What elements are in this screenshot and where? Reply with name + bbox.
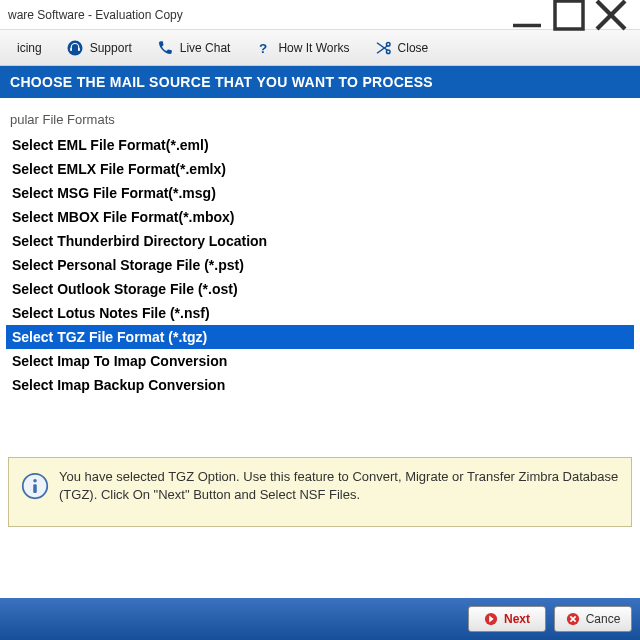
minimize-button[interactable] — [506, 1, 548, 29]
svg-rect-5 — [70, 48, 72, 51]
format-item[interactable]: Select EMLX File Format(*.emlx) — [6, 157, 634, 181]
question-icon: ? — [254, 39, 272, 57]
format-item[interactable]: Select Imap Backup Conversion — [6, 373, 634, 397]
svg-rect-14 — [33, 484, 37, 493]
format-item[interactable]: Select Lotus Notes File (*.nsf) — [6, 301, 634, 325]
formats-section: pular File Formats Select EML File Forma… — [0, 98, 640, 403]
livechat-label: Live Chat — [180, 41, 231, 55]
info-box: You have selected TGZ Option. Use this f… — [8, 457, 632, 527]
format-item[interactable]: Select Thunderbird Directory Location — [6, 229, 634, 253]
format-item[interactable]: Select Personal Storage File (*.pst) — [6, 253, 634, 277]
cancel-icon — [566, 612, 580, 626]
close-label: Close — [398, 41, 429, 55]
arrow-right-icon — [484, 612, 498, 626]
scissors-icon — [374, 39, 392, 57]
formats-list: Select EML File Format(*.eml)Select EMLX… — [6, 133, 634, 397]
headset-icon — [66, 39, 84, 57]
section-title: pular File Formats — [6, 112, 634, 133]
window-title: ware Software - Evaluation Copy — [8, 8, 506, 22]
svg-rect-6 — [78, 48, 80, 51]
spacer — [0, 403, 640, 449]
svg-point-10 — [386, 42, 390, 46]
format-item[interactable]: Select TGZ File Format (*.tgz) — [6, 325, 634, 349]
close-window-button[interactable] — [590, 1, 632, 29]
pricing-button[interactable]: icing — [6, 33, 53, 63]
page-header: CHOOSE THE MAIL SOURCE THAT YOU WANT TO … — [0, 66, 640, 98]
svg-rect-1 — [555, 1, 583, 29]
format-item[interactable]: Select MBOX File Format(*.mbox) — [6, 205, 634, 229]
how-label: How It Works — [278, 41, 349, 55]
next-label: Next — [504, 612, 530, 626]
info-text: You have selected TGZ Option. Use this f… — [59, 468, 619, 504]
svg-point-4 — [67, 40, 82, 55]
support-label: Support — [90, 41, 132, 55]
format-item[interactable]: Select EML File Format(*.eml) — [6, 133, 634, 157]
format-item[interactable]: Select MSG File Format(*.msg) — [6, 181, 634, 205]
footer: Next Cance — [0, 598, 640, 640]
livechat-button[interactable]: Live Chat — [145, 33, 242, 63]
support-button[interactable]: Support — [55, 33, 143, 63]
svg-point-11 — [386, 49, 390, 53]
phone-icon — [156, 39, 174, 57]
cancel-button[interactable]: Cance — [554, 606, 632, 632]
cancel-label: Cance — [586, 612, 621, 626]
pricing-label: icing — [17, 41, 42, 55]
maximize-button[interactable] — [548, 1, 590, 29]
close-button[interactable]: Close — [363, 33, 440, 63]
how-it-works-button[interactable]: ? How It Works — [243, 33, 360, 63]
format-item[interactable]: Select Imap To Imap Conversion — [6, 349, 634, 373]
info-icon — [21, 472, 49, 500]
next-button[interactable]: Next — [468, 606, 546, 632]
svg-point-13 — [33, 479, 37, 483]
format-item[interactable]: Select Outlook Storage File (*.ost) — [6, 277, 634, 301]
svg-text:?: ? — [259, 40, 267, 55]
titlebar: ware Software - Evaluation Copy — [0, 0, 640, 30]
